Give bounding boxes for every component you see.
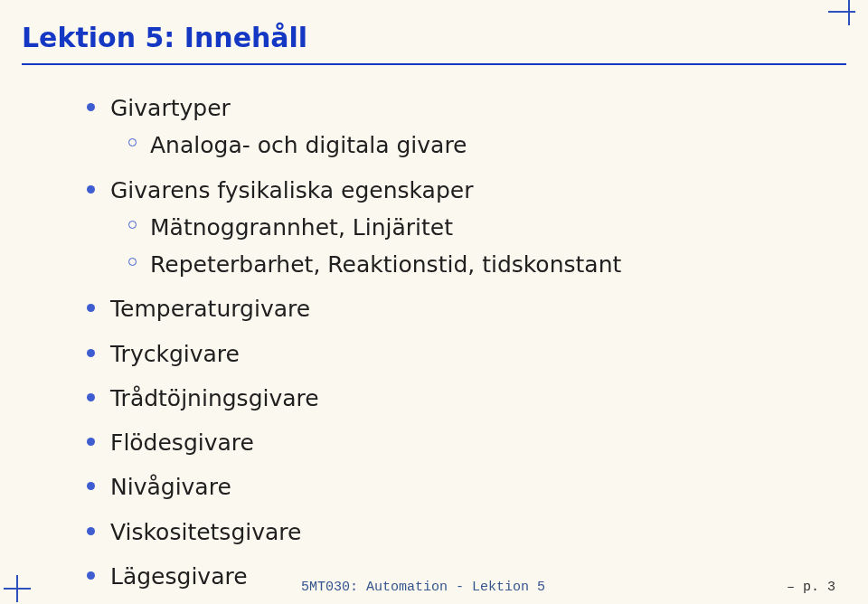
sub-list-item: Analoga- och digitala givare [150,131,846,159]
crop-mark-top-right [839,2,864,27]
bullet-label: Nivågivare [110,474,231,500]
bullet-label: Trådtöjningsgivare [110,385,319,411]
list-item: Tryckgivare [110,340,846,368]
list-item: Givartyper Analoga- och digitala givare [110,94,846,160]
bullet-label: Givarens fysikaliska egenskaper [110,177,473,203]
slide-content: Givartyper Analoga- och digitala givare … [22,94,846,604]
slide-title: Lektion 5: Innehåll [22,22,307,53]
sub-list-item: Repeterbarhet, Reaktionstid, tidskonstan… [150,250,846,278]
list-item: Nivågivare [110,473,846,501]
footer-course: 5MT030: Automation - Lektion 5 [0,580,846,595]
list-item: Flödesgivare [110,429,846,457]
sub-list-item: Mätnoggrannhet, Linjäritet [150,213,846,241]
list-item: Trådtöjningsgivare [110,384,846,412]
bullet-label: Viskositetsgivare [110,519,301,545]
slide: Lektion 5: Innehåll Givartyper Analoga- … [0,0,868,604]
list-item: Givarens fysikaliska egenskaper Mätnoggr… [110,176,846,279]
list-item: Viskositetsgivare [110,518,846,546]
sub-list: Mätnoggrannhet, Linjäritet Repeterbarhet… [110,213,846,279]
footer-page-number: – p. 3 [787,580,835,595]
list-item: Temperaturgivare [110,295,846,323]
bullet-label: Givartyper [110,95,231,121]
bullet-label: Tryckgivare [110,341,240,367]
bullet-list: Givartyper Analoga- och digitala givare … [22,94,846,590]
title-rule [22,63,846,65]
bullet-label: Flödesgivare [110,429,254,456]
sub-list: Analoga- och digitala givare [110,131,846,159]
bullet-label: Temperaturgivare [110,296,310,322]
